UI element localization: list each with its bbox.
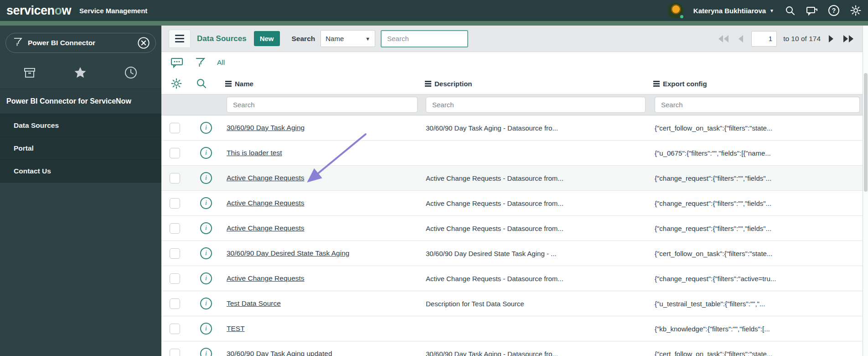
- table-row: i TEST {"kb_knowledge":{"filters":"","fi…: [161, 316, 863, 341]
- column-menu-icon: [225, 81, 232, 87]
- next-page-button[interactable]: [827, 34, 835, 44]
- row-export-config: {"u_0675":{"filters":"","fields":[{"name…: [650, 149, 863, 157]
- row-name-link[interactable]: Active Change Requests: [227, 274, 305, 282]
- app-window: servicenow Service Management Kateryna B…: [0, 0, 868, 356]
- sidebar-item-data-sources[interactable]: Data Sources: [0, 114, 161, 137]
- row-name-link[interactable]: Test Data Source: [227, 299, 281, 307]
- row-name-link[interactable]: TEST: [227, 325, 245, 332]
- search-icon[interactable]: [784, 5, 796, 16]
- info-icon[interactable]: i: [200, 222, 212, 234]
- presence-dot: [679, 14, 684, 19]
- info-icon[interactable]: i: [200, 122, 212, 134]
- row-checkbox[interactable]: [170, 298, 180, 309]
- funnel-icon[interactable]: [195, 57, 205, 68]
- navigator-filter-value[interactable]: Power BI Connector: [28, 39, 132, 47]
- new-button[interactable]: New: [254, 31, 280, 46]
- row-name-link[interactable]: 30/60/90 Day Task Aging: [227, 124, 305, 131]
- user-avatar[interactable]: [668, 3, 683, 18]
- list-filter-bar: All: [161, 52, 863, 73]
- servicenow-logo: servicenow: [6, 4, 71, 18]
- row-description: Active Change Requests - Datasource from…: [421, 174, 650, 182]
- row-export-config: {"cert_follow_on_task":{"filters":"state…: [650, 124, 863, 132]
- column-header-export-config[interactable]: Export config: [650, 80, 863, 88]
- comment-bubble-icon[interactable]: [170, 57, 183, 68]
- row-checkbox[interactable]: [170, 223, 180, 234]
- search-field-select[interactable]: Name ▼: [320, 30, 375, 47]
- chevron-down-icon: ▼: [770, 8, 774, 13]
- chevron-down-icon: ▼: [365, 36, 370, 42]
- row-checkbox[interactable]: [170, 198, 180, 209]
- info-icon[interactable]: i: [200, 323, 212, 335]
- clear-circle-x-icon[interactable]: [137, 37, 150, 49]
- scrollbar-thumb[interactable]: [864, 73, 868, 192]
- breadcrumb-all[interactable]: All: [217, 58, 225, 67]
- help-icon[interactable]: ?: [828, 5, 840, 16]
- row-name-link[interactable]: This is loader test: [227, 149, 282, 157]
- export-config-filter-input[interactable]: [655, 97, 860, 113]
- row-name-link[interactable]: Active Change Requests: [227, 174, 305, 182]
- row-checkbox[interactable]: [170, 123, 180, 133]
- archive-box-icon[interactable]: [23, 66, 36, 79]
- logo-text-end: w: [62, 4, 72, 18]
- description-filter-input[interactable]: [426, 97, 646, 113]
- product-name: Service Management: [79, 7, 147, 15]
- info-icon[interactable]: i: [200, 298, 212, 309]
- name-filter-input[interactable]: [227, 97, 418, 113]
- top-header: servicenow Service Management Kateryna B…: [0, 0, 868, 21]
- sidebar-item-portal[interactable]: Portal: [0, 137, 161, 160]
- last-page-button[interactable]: [842, 34, 855, 44]
- list-search-input[interactable]: [381, 30, 468, 47]
- row-checkbox[interactable]: [170, 173, 180, 183]
- pagination: to 10 of 174: [717, 31, 855, 47]
- table-row: i Active Change Requests Active Change R…: [161, 216, 863, 241]
- column-label: Export config: [663, 80, 707, 88]
- sidebar-item-contact-us[interactable]: Contact Us: [0, 160, 161, 183]
- previous-page-button[interactable]: [737, 34, 745, 44]
- search-label: Search: [292, 35, 315, 43]
- list-title[interactable]: Data Sources: [197, 34, 247, 43]
- svg-text:?: ?: [832, 7, 836, 14]
- gear-icon[interactable]: [850, 5, 862, 16]
- gear-icon[interactable]: [170, 78, 182, 89]
- table-row: i Active Change Requests Active Change R…: [161, 191, 863, 216]
- row-checkbox[interactable]: [170, 349, 180, 356]
- page-number-input[interactable]: [751, 31, 777, 47]
- row-name-link[interactable]: Active Change Requests: [227, 199, 305, 207]
- info-icon[interactable]: i: [200, 197, 212, 209]
- row-checkbox[interactable]: [170, 273, 180, 284]
- info-icon[interactable]: i: [200, 147, 212, 159]
- row-description: Active Change Requests - Datasource from…: [421, 225, 650, 232]
- clock-icon[interactable]: [124, 66, 138, 79]
- vertical-scrollbar[interactable]: [863, 26, 868, 356]
- row-name-link[interactable]: 30/60/90 Day Task Aging updated: [227, 350, 332, 356]
- list-context-menu-button[interactable]: [169, 30, 191, 48]
- column-header-name[interactable]: Name: [222, 80, 421, 88]
- row-checkbox[interactable]: [170, 148, 180, 158]
- row-checkbox[interactable]: [170, 324, 180, 334]
- sidebar-app-title: Power BI Connector for ServiceNow: [0, 89, 161, 114]
- list-toolbar: Data Sources New Search Name ▼ to 10 of …: [161, 26, 863, 52]
- row-name-link[interactable]: Active Change Requests: [227, 224, 305, 232]
- row-checkbox[interactable]: [170, 248, 180, 259]
- info-icon[interactable]: i: [200, 247, 212, 259]
- row-name-link[interactable]: 30/60/90 Day Desired State Task Aging: [227, 249, 349, 257]
- header-accent-line: [0, 21, 868, 26]
- first-page-button[interactable]: [717, 34, 730, 44]
- row-export-config: {"kb_knowledge":{"filters":"","fields":[…: [650, 325, 863, 333]
- star-icon[interactable]: [73, 66, 87, 79]
- table-row: i Test Data Source Description for Test …: [161, 291, 863, 316]
- row-export-config: {"u_testrail_test_table":{"filters":"","…: [650, 300, 863, 308]
- row-export-config: {"change_request":{"filters":"","fields"…: [650, 225, 863, 232]
- row-export-config: {"cert_follow_on_task":{"filters":"state…: [650, 250, 863, 257]
- info-icon[interactable]: i: [200, 272, 212, 284]
- info-icon[interactable]: i: [200, 348, 212, 356]
- user-name-label: Kateryna Bukhtiiarova: [693, 7, 766, 15]
- navigator-filter[interactable]: Power BI Connector: [5, 33, 156, 53]
- info-icon[interactable]: i: [200, 172, 212, 184]
- row-export-config: {"change_request":{"filters":"","fields"…: [650, 199, 863, 207]
- magnifier-icon[interactable]: [196, 78, 207, 89]
- column-menu-icon: [425, 81, 431, 87]
- user-menu[interactable]: Kateryna Bukhtiiarova ▼: [693, 7, 774, 15]
- chat-icon[interactable]: [806, 5, 818, 16]
- column-header-description[interactable]: Description: [421, 80, 650, 88]
